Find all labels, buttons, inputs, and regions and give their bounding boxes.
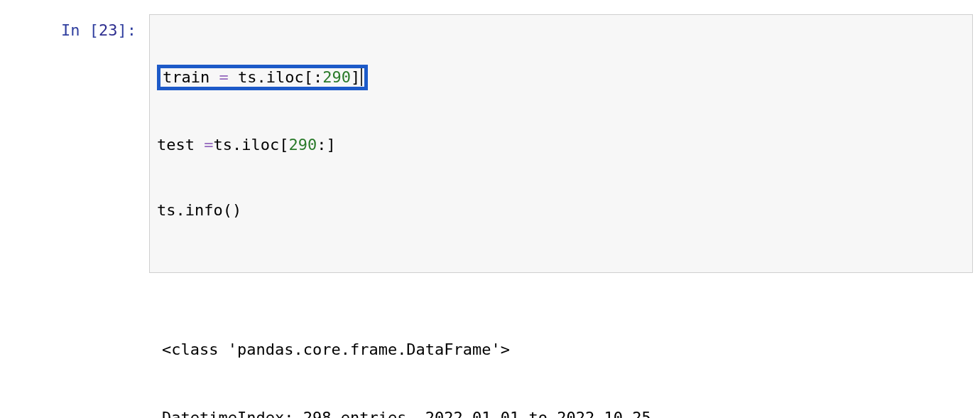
code-line-1: train = ts.iloc[:290] (157, 65, 965, 90)
code-line-2: test =ts.iloc[290:] (157, 134, 965, 156)
prompt-exec-count: 23 (99, 21, 118, 39)
prompt-in-label: In (61, 21, 89, 39)
annotation-highlight-train: train = ts.iloc[:290] (157, 65, 368, 90)
output-line: <class 'pandas.core.frame.DataFrame'> (162, 338, 973, 361)
code-editor[interactable]: train = ts.iloc[:290] test =ts.iloc[290:… (149, 14, 973, 273)
text-cursor (361, 68, 362, 85)
output-area: <class 'pandas.core.frame.DataFrame'> Da… (162, 293, 973, 418)
input-prompt: In [23]: (7, 14, 149, 42)
output-line: DatetimeIndex: 298 entries, 2022-01-01 t… (162, 407, 973, 418)
code-line-3: ts.info() (157, 200, 965, 222)
input-cell: In [23]: train = ts.iloc[:290] test =ts.… (7, 14, 973, 273)
